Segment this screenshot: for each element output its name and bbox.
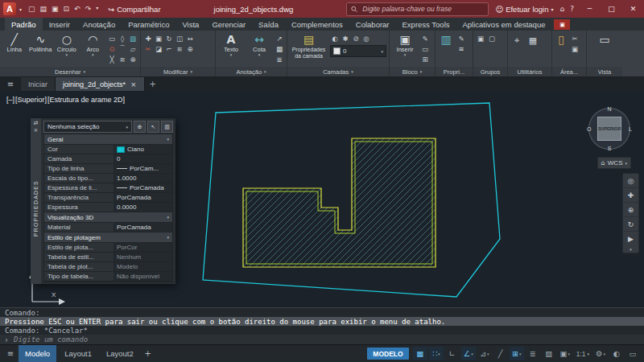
layer-off-icon[interactable]: ◐ <box>330 34 340 43</box>
select-objects-icon[interactable]: ↖ <box>147 121 159 133</box>
section-header-geral[interactable]: Geral▾ <box>44 134 172 144</box>
circle-tool[interactable]: ○ Círculo ▾ <box>55 32 79 57</box>
pickadd-toggle-icon[interactable]: ⊕ <box>134 121 146 133</box>
measure-icon[interactable]: ⌖ <box>510 34 523 47</box>
ungroup-icon[interactable]: ▢ <box>487 34 497 43</box>
ribbon-tab-parametrico[interactable]: Paramétrico <box>122 18 175 31</box>
file-tab-iniciar[interactable]: Iniciar <box>21 77 56 91</box>
rotate-icon[interactable]: ↻ <box>164 34 174 43</box>
ribbon-tab-express-tools[interactable]: Express Tools <box>396 18 456 31</box>
panel-footer-area[interactable]: Área... <box>552 67 586 76</box>
trim-icon[interactable]: ✂ <box>143 44 153 54</box>
mirror-icon[interactable]: ◫ <box>175 34 184 43</box>
osnap-icon[interactable]: ⊞▾ <box>510 347 524 360</box>
dimension-tool[interactable]: ↔ Cota ▾ <box>246 32 272 57</box>
revision-cloud-icon[interactable]: ≋ <box>118 55 127 64</box>
panel-foot-camadas[interactable]: Camadas▾ <box>287 67 389 76</box>
arc-tool[interactable]: ◠ Arco ▾ <box>81 32 105 57</box>
create-block-icon[interactable]: ✎ <box>420 34 430 43</box>
palette-autohide-icon[interactable]: ⇄ <box>34 120 39 127</box>
ellipse-icon[interactable]: ◊ <box>118 34 127 43</box>
panel-footer-modificar[interactable]: Modificar▾ <box>141 67 215 76</box>
stretch-icon[interactable]: ↔ <box>185 34 195 43</box>
new-layout-button[interactable]: + <box>142 349 155 358</box>
showmotion-icon[interactable]: ▶ <box>623 232 638 245</box>
define-attributes-icon[interactable]: ⊞ <box>420 55 430 64</box>
panel-footer-utilitarios[interactable]: Utilitários <box>508 67 551 76</box>
section-header-visualizacao-3d[interactable]: Visualização 3D▾ <box>44 212 172 222</box>
palette-close-icon[interactable]: × <box>34 127 39 134</box>
share-button[interactable]: ↪ Compartilhar <box>108 5 160 14</box>
insert-block-tool[interactable]: ▣ Inserir ▾ <box>392 32 418 57</box>
text-tool[interactable]: A Texto ▾ <box>218 32 244 57</box>
featured-apps-badge[interactable]: ▣ <box>554 19 570 30</box>
move-icon[interactable]: ✚ <box>143 34 153 43</box>
line-tool[interactable]: ╱ Linha <box>2 32 27 53</box>
match-properties-tool[interactable]: ▥ <box>438 32 454 46</box>
isometric-icon[interactable]: ⊿▾ <box>477 347 492 360</box>
point-icon[interactable]: ⊙ <box>107 44 117 54</box>
panel-footer-anotacao[interactable]: Anotação▾ <box>216 67 287 76</box>
model-space-button[interactable]: MODELO <box>367 348 408 360</box>
viewcube-top-face[interactable]: SUPERIOR <box>597 117 621 141</box>
polyline-tool[interactable]: ∿ Polilinha <box>29 32 53 53</box>
workspace-gear-icon[interactable]: ⚙▾ <box>593 347 608 360</box>
layout-tab-layout1[interactable]: Layout1 <box>58 345 98 362</box>
viewcube[interactable]: N S O L SUPERIOR <box>586 105 633 152</box>
steering-wheel-icon[interactable]: ◎ <box>623 174 638 188</box>
save-icon[interactable]: ▣ <box>52 5 59 13</box>
search-input[interactable] <box>361 4 484 14</box>
help-icon[interactable]: ? <box>570 5 574 13</box>
selection-dropdown[interactable]: Nenhuma seleção ▾ <box>43 121 132 133</box>
ribbon-tab-aplicativos[interactable]: Aplicativos em destaque <box>456 18 552 31</box>
panel-footer-desenhar[interactable]: Desenhar▾ <box>0 67 140 76</box>
qat-dropdown-icon[interactable]: ▾ <box>96 5 98 13</box>
ribbon-tab-anotacao[interactable]: Anotação <box>76 18 122 31</box>
quick-calc-icon[interactable]: ▦ <box>526 34 539 47</box>
new-file-icon[interactable]: ▢ <box>28 5 35 13</box>
paste-tool[interactable]: ▯ <box>555 32 568 46</box>
drawing-area[interactable]: [–] [Superior] [Estrutura de arame 2D] N… <box>0 91 644 307</box>
edit-block-icon[interactable]: ▭ <box>420 44 430 54</box>
panel-footer-bloco[interactable]: Bloco▾ <box>390 67 435 76</box>
layer-isolate-icon[interactable]: ◎ <box>361 34 371 43</box>
clean-screen-icon[interactable]: ▭ <box>625 347 640 360</box>
layer-lock-icon[interactable]: ⊘ <box>351 34 361 43</box>
palette-title-strip[interactable]: ⇄ × PROPRIEDADES <box>31 118 41 284</box>
erase-icon[interactable]: ◪ <box>154 44 163 54</box>
spline-icon[interactable]: ⌒ <box>118 44 127 54</box>
app-menu-caret-icon[interactable]: ▾ <box>19 6 22 12</box>
close-tab-icon[interactable]: × <box>130 80 137 88</box>
fillet-icon[interactable]: ⌐ <box>164 44 174 54</box>
viewcube-west[interactable]: O <box>587 126 591 132</box>
transparency-icon[interactable]: ▨ <box>542 347 556 360</box>
home-icon[interactable]: ⌂ <box>601 159 605 167</box>
file-tabs-menu-icon[interactable]: ≡ <box>0 77 21 91</box>
viewcube-south[interactable]: S <box>608 146 612 151</box>
view-tool[interactable]: ▭ <box>592 32 617 46</box>
ortho-icon[interactable]: ∟ <box>445 347 460 360</box>
viewcube-east[interactable]: L <box>629 126 632 132</box>
app-store-icon[interactable]: ⌂ <box>560 5 565 13</box>
panel-footer-propriedades[interactable]: Propri... <box>436 67 473 76</box>
minimize-button[interactable]: ─ <box>579 0 601 18</box>
mtext-lines-icon[interactable]: ≣ <box>275 55 284 64</box>
snap-icon[interactable]: ∷▾ <box>429 347 444 360</box>
layer-freeze-icon[interactable]: ✱ <box>341 34 350 43</box>
viewcube-north[interactable]: N <box>607 106 611 112</box>
layout-tab-layout2[interactable]: Layout2 <box>100 345 140 362</box>
osnap-tracking-icon[interactable]: ╱ <box>493 347 508 360</box>
viewport-visual-style-control[interactable]: [Estrutura de arame 2D] <box>47 96 125 104</box>
layout-menu-icon[interactable]: ≡ <box>4 349 17 358</box>
leader-icon[interactable]: ↗ <box>275 34 284 43</box>
pan-icon[interactable]: ✚ <box>623 188 638 203</box>
open-file-icon[interactable]: ▤ <box>40 5 47 13</box>
wcs-dropdown[interactable]: ⌂ WCS ▾ <box>597 157 631 169</box>
bylayer-icon[interactable]: ≡ <box>456 44 466 54</box>
group-icon[interactable]: ▣ <box>476 34 485 43</box>
rectangle-icon[interactable]: ▭ <box>107 34 117 43</box>
polar-tracking-icon[interactable]: ∠▾ <box>461 347 476 360</box>
layer-properties-tool[interactable]: ▤ Propriedades da camada <box>290 32 328 59</box>
copy-clip-icon[interactable]: ▣ <box>570 44 580 54</box>
ribbon-tab-inserir[interactable]: Inserir <box>43 18 76 31</box>
